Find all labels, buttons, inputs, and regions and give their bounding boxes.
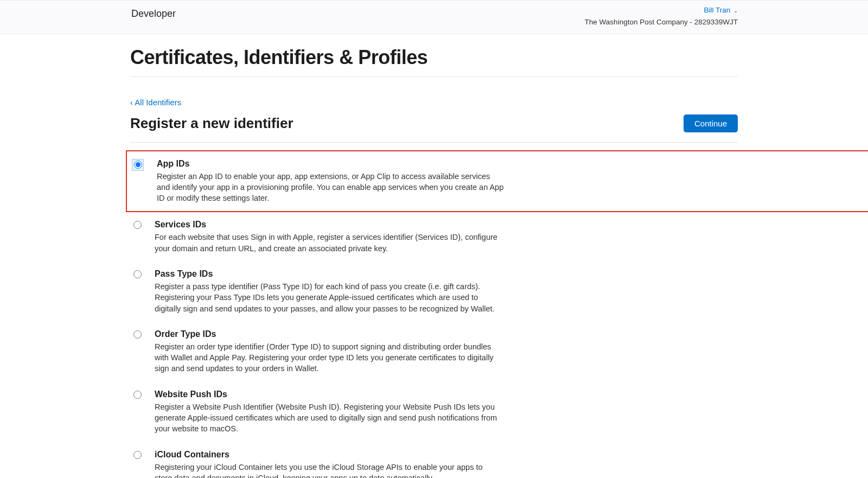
option-body: App IDsRegister an App ID to enable your… (157, 159, 504, 204)
radio-wrap (133, 269, 142, 281)
option-description: Register an order type identifier (Order… (155, 341, 502, 374)
page-title: Certificates, Identifiers & Profiles (130, 34, 738, 77)
option-title: Order Type IDs (155, 329, 502, 339)
option-icloud-containers[interactable]: iCloud ContainersRegistering your iCloud… (130, 442, 738, 478)
option-description: Register a pass type identifier (Pass Ty… (155, 281, 502, 314)
option-title: App IDs (157, 159, 504, 169)
breadcrumb-back-link[interactable]: ‹ All Identifiers (130, 98, 181, 107)
option-title: iCloud Containers (155, 450, 502, 460)
option-body: Services IDsFor each website that uses S… (155, 220, 502, 254)
radio-wrap (133, 390, 142, 401)
radio-selected-highlight (132, 159, 144, 171)
option-title: Website Push IDs (155, 390, 502, 399)
chevron-down-icon: ⌄ (733, 8, 738, 14)
radio-icloud-containers[interactable] (133, 451, 142, 459)
continue-button[interactable]: Continue (684, 114, 738, 132)
option-description: Register an App ID to enable your app, a… (157, 171, 504, 204)
breadcrumb: ‹ All Identifiers (130, 98, 738, 107)
option-description: Register a Website Push Identifier (Webs… (155, 401, 502, 435)
brand-text: Developer (131, 8, 176, 20)
radio-pass-type-ids[interactable] (133, 270, 142, 278)
subheader: Register a new identifier (130, 115, 293, 132)
radio-wrap (133, 220, 142, 231)
option-title: Pass Type IDs (155, 269, 502, 279)
option-body: iCloud ContainersRegistering your iCloud… (155, 450, 502, 478)
radio-wrap (133, 159, 144, 171)
option-pass-type-ids[interactable]: Pass Type IDsRegister a pass type identi… (130, 262, 738, 322)
option-body: Pass Type IDsRegister a pass type identi… (155, 269, 502, 314)
radio-services-ids[interactable] (133, 221, 142, 229)
option-title: Services IDs (155, 220, 502, 230)
option-website-push-ids[interactable]: Website Push IDsRegister a Website Push … (130, 382, 738, 442)
option-body: Order Type IDsRegister an order type ide… (155, 329, 502, 374)
org-name: The Washington Post Company - 2829339WJT (585, 17, 738, 28)
user-menu[interactable]: Bill Tran ⌄ (585, 5, 738, 16)
option-description: For each website that uses Sign in with … (155, 232, 502, 254)
option-order-type-ids[interactable]: Order Type IDsRegister an order type ide… (130, 322, 738, 382)
radio-wrap (133, 450, 142, 461)
radio-app-ids[interactable] (134, 161, 142, 169)
option-services-ids[interactable]: Services IDsFor each website that uses S… (130, 212, 738, 262)
option-description: Registering your iCloud Container lets y… (155, 462, 502, 478)
radio-wrap (133, 329, 142, 341)
radio-website-push-ids[interactable] (133, 391, 142, 399)
radio-order-type-ids[interactable] (133, 330, 142, 339)
user-name: Bill Tran (704, 6, 730, 14)
option-body: Website Push IDsRegister a Website Push … (155, 390, 502, 435)
header-bar: Developer Bill Tran ⌄ The Washington Pos… (0, 1, 868, 34)
identifier-options-list: App IDsRegister an App ID to enable your… (130, 150, 738, 479)
option-app-ids[interactable]: App IDsRegister an App ID to enable your… (126, 150, 868, 213)
developer-logo[interactable]: Developer (130, 8, 176, 20)
